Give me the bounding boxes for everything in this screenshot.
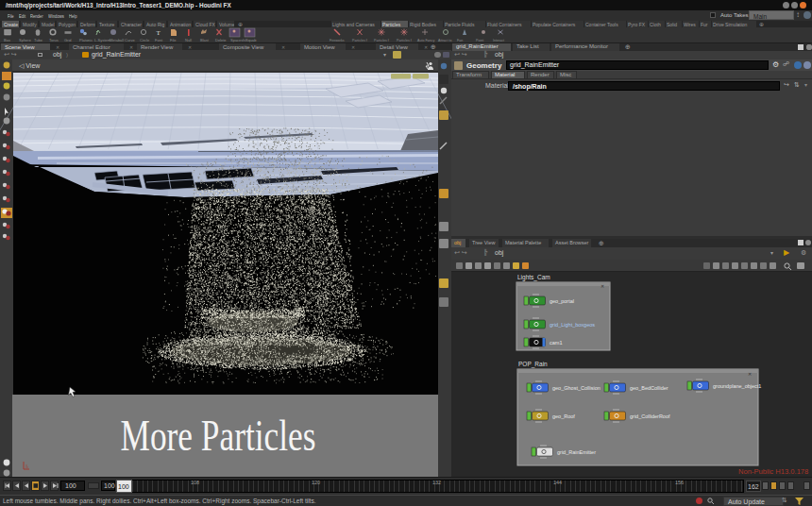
svg-text:◁ View: ◁ View (19, 62, 41, 69)
svg-text:groundplane_object1: groundplane_object1 (713, 383, 761, 389)
svg-text:✕: ✕ (748, 371, 752, 377)
svg-text:Fan: Fan (457, 39, 463, 42)
svg-text:grid_RainEmitter: grid_RainEmitter (557, 449, 596, 455)
svg-text:Lights_Cam: Lights_Cam (517, 274, 550, 281)
svg-text:Auto Fancy: Auto Fancy (417, 39, 434, 42)
svg-text:geo_portal: geo_portal (550, 298, 574, 304)
svg-text:Particles f: Particles f (374, 39, 389, 42)
svg-text:Attract to: Attract to (438, 39, 451, 42)
svg-text:geo_Roof: geo_Roof (552, 413, 575, 419)
svg-text:Point: Point (476, 39, 483, 42)
svg-text:cam1: cam1 (550, 340, 562, 346)
svg-text:geo_BedCollider: geo_BedCollider (630, 385, 668, 391)
svg-text:Fireworks: Fireworks (330, 39, 345, 42)
svg-text:Interact: Interact (493, 39, 504, 42)
svg-text:grid_ColliderRoof: grid_ColliderRoof (630, 413, 670, 419)
svg-text:Particles f: Particles f (352, 39, 367, 42)
svg-text:grid_Light_boxgeos: grid_Light_boxgeos (550, 322, 595, 328)
svg-text:geo_Ghost_Collision: geo_Ghost_Collision (552, 385, 601, 391)
svg-text:POP_Rain: POP_Rain (518, 361, 548, 368)
svg-text:✕: ✕ (601, 283, 604, 289)
svg-text:More Particles: More Particles (121, 412, 316, 460)
svg-text:T: T (156, 29, 161, 37)
svg-text:Particles f: Particles f (397, 39, 412, 42)
